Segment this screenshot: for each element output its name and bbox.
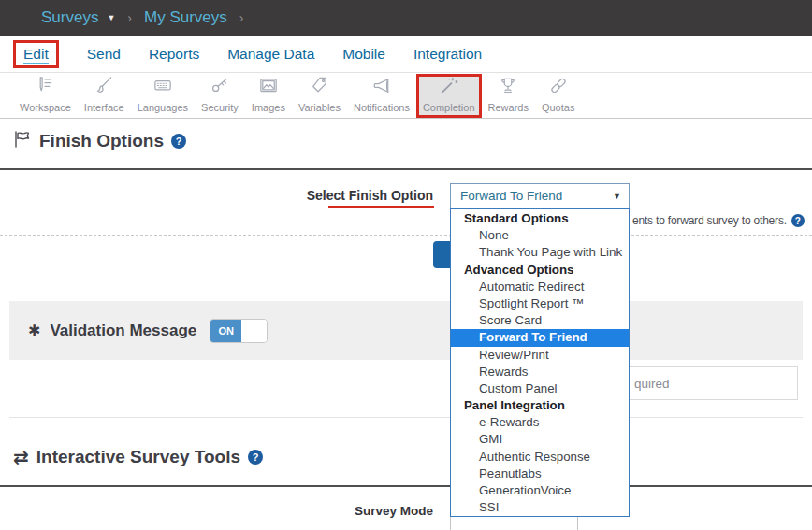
interactive-tools-header: ⇄ Interactive Survey Tools ? bbox=[13, 447, 263, 467]
dropdown-option-gmi[interactable]: GMI bbox=[451, 431, 629, 448]
dropdown-option-spotlight-report[interactable]: Spotlight Report ™ bbox=[451, 295, 629, 312]
flag-icon bbox=[13, 130, 32, 152]
validation-message-section: ✱ Validation Message ON bbox=[9, 301, 803, 418]
breadcrumb-my-surveys[interactable]: My Surveys bbox=[144, 8, 227, 27]
breadcrumb-separator-icon: › bbox=[127, 10, 132, 25]
toolbar-item-variables[interactable]: Variables bbox=[292, 74, 347, 118]
toolbar-item-notifications[interactable]: Notifications bbox=[347, 74, 416, 118]
forward-helper-text: ents to forward survey to others. ? bbox=[632, 214, 805, 227]
help-icon[interactable]: ? bbox=[248, 450, 263, 465]
section-divider bbox=[0, 168, 812, 170]
message-text-value: quired bbox=[634, 377, 670, 391]
dropdown-option-e-rewards[interactable]: e-Rewards bbox=[451, 414, 629, 431]
breadcrumb-bar: Surveys ▼ › My Surveys › bbox=[0, 0, 812, 36]
dropdown-option-none[interactable]: None bbox=[451, 227, 629, 244]
dropdown-option-rewards[interactable]: Rewards bbox=[451, 364, 629, 380]
toolbar-item-security[interactable]: Security bbox=[195, 74, 245, 118]
menu-item-edit[interactable]: Edit bbox=[13, 40, 59, 68]
dropdown-option-automatic-redirect[interactable]: Automatic Redirect bbox=[451, 279, 629, 295]
dropdown-option-authentic-response[interactable]: Authentic Response bbox=[451, 449, 629, 466]
toolbar-item-images[interactable]: Images bbox=[245, 74, 292, 118]
finish-option-dropdown-list: Standard Options None Thank You Page wit… bbox=[450, 208, 630, 517]
megaphone-icon bbox=[370, 75, 393, 100]
validation-message-title: Validation Message bbox=[50, 322, 196, 340]
toolbar-item-languages[interactable]: Languages bbox=[131, 74, 195, 118]
survey-mode-input[interactable] bbox=[450, 515, 578, 530]
dropdown-option-score-card[interactable]: Score Card bbox=[451, 312, 629, 329]
finish-options-header: Finish Options ? bbox=[13, 130, 186, 152]
breadcrumb-separator-icon: › bbox=[239, 10, 244, 25]
dropdown-option-review-print[interactable]: Review/Print bbox=[451, 347, 629, 364]
breadcrumb-surveys[interactable]: Surveys bbox=[41, 8, 98, 27]
tag-icon bbox=[308, 75, 330, 100]
dropdown-option-generationvoice[interactable]: GenerationVoice bbox=[451, 482, 629, 499]
asterisk-icon: ✱ bbox=[28, 322, 40, 339]
dropdown-option-forward-to-friend[interactable]: Forward To Friend bbox=[451, 329, 629, 346]
select-finish-option-label: Select Finish Option bbox=[246, 188, 433, 203]
select-value: Forward To Friend bbox=[460, 189, 562, 203]
validation-message-header: ✱ Validation Message ON bbox=[9, 301, 803, 360]
dropdown-option-custom-panel[interactable]: Custom Panel bbox=[451, 380, 629, 397]
survey-edit-page: Surveys ▼ › My Surveys › Edit Send Repor… bbox=[0, 0, 812, 530]
menu-item-mobile[interactable]: Mobile bbox=[342, 46, 385, 63]
edit-toolbar: Workspace Interface Languages Security I… bbox=[0, 74, 812, 119]
toggle-knob bbox=[241, 320, 267, 342]
toolbar-item-completion[interactable]: Completion bbox=[416, 74, 482, 118]
help-icon[interactable]: ? bbox=[791, 214, 805, 227]
toolbar-item-quotas[interactable]: Quotas bbox=[535, 74, 581, 118]
survey-mode-label: Survey Mode bbox=[246, 504, 433, 518]
annotation-red-underline bbox=[328, 206, 434, 208]
magic-wand-icon bbox=[438, 75, 460, 100]
main-menu: Edit Send Reports Manage Data Mobile Int… bbox=[0, 36, 812, 73]
brush-icon bbox=[93, 75, 115, 100]
interactive-tools-title: Interactive Survey Tools bbox=[36, 447, 240, 467]
menu-item-manage-data[interactable]: Manage Data bbox=[227, 46, 314, 63]
menu-item-integration[interactable]: Integration bbox=[413, 46, 482, 63]
keyboard-icon bbox=[152, 75, 174, 100]
finish-option-select[interactable]: Forward To Friend ▼ bbox=[450, 183, 630, 208]
key-icon bbox=[209, 75, 231, 100]
dropdown-option-thank-you-page[interactable]: Thank You Page with Link bbox=[451, 244, 629, 261]
picture-icon bbox=[257, 75, 280, 100]
dropdown-group-panel-integration: Panel Integration bbox=[451, 397, 629, 414]
toolbar-item-workspace[interactable]: Workspace bbox=[13, 74, 78, 118]
chevron-down-icon[interactable]: ▼ bbox=[107, 13, 115, 22]
toolbar-item-interface[interactable]: Interface bbox=[78, 74, 131, 118]
toolbar-item-rewards[interactable]: Rewards bbox=[482, 74, 535, 118]
dropdown-option-peanutlabs[interactable]: Peanutlabs bbox=[451, 466, 629, 482]
finish-options-title: Finish Options bbox=[39, 131, 164, 151]
toggle-on-label: ON bbox=[210, 320, 241, 342]
help-icon[interactable]: ? bbox=[171, 134, 186, 149]
swap-arrows-icon: ⇄ bbox=[13, 448, 29, 466]
section-divider bbox=[0, 485, 812, 487]
menu-item-send[interactable]: Send bbox=[87, 46, 121, 63]
validation-message-toggle[interactable]: ON bbox=[210, 319, 268, 343]
chain-links-icon bbox=[547, 75, 570, 100]
dropdown-group-standard-options: Standard Options bbox=[451, 210, 629, 227]
pen-list-icon bbox=[34, 75, 56, 100]
trophy-icon bbox=[497, 75, 519, 100]
select-arrow-icon: ▼ bbox=[613, 192, 621, 201]
menu-item-reports[interactable]: Reports bbox=[149, 46, 199, 63]
dropdown-option-ssi[interactable]: SSI bbox=[451, 499, 629, 516]
dropdown-group-advanced-options: Advanced Options bbox=[451, 262, 629, 279]
dashed-divider bbox=[0, 235, 812, 236]
